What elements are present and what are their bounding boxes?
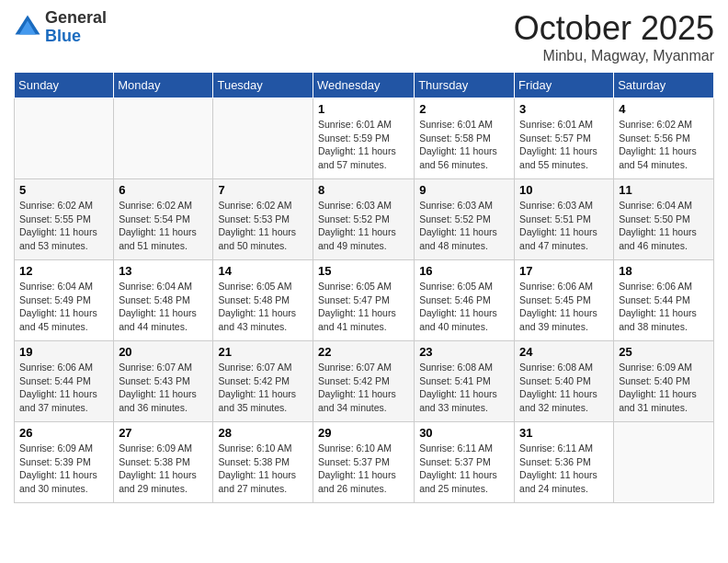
day-number: 11 [619,183,709,197]
day-info: Sunrise: 6:05 AMSunset: 5:46 PMDaylight:… [419,280,509,334]
day-info: Sunrise: 6:09 AMSunset: 5:38 PMDaylight:… [119,442,208,496]
day-number: 3 [519,102,609,116]
header-sunday: Sunday [15,73,114,98]
day-number: 20 [119,345,208,359]
week-row-2: 5Sunrise: 6:02 AMSunset: 5:55 PMDaylight… [15,179,714,260]
calendar-cell: 29Sunrise: 6:10 AMSunset: 5:37 PMDayligh… [313,422,415,503]
day-info: Sunrise: 6:08 AMSunset: 5:40 PMDaylight:… [519,361,609,415]
logo-icon [14,14,41,41]
week-row-5: 26Sunrise: 6:09 AMSunset: 5:39 PMDayligh… [15,422,714,503]
day-number: 14 [218,264,308,278]
calendar-cell: 30Sunrise: 6:11 AMSunset: 5:37 PMDayligh… [415,422,515,503]
calendar-cell: 20Sunrise: 6:07 AMSunset: 5:43 PMDayligh… [114,341,213,422]
day-info: Sunrise: 6:03 AMSunset: 5:52 PMDaylight:… [318,199,409,253]
day-number: 1 [318,102,409,116]
day-number: 26 [19,426,108,440]
day-number: 23 [419,345,509,359]
header-friday: Friday [515,73,614,98]
day-info: Sunrise: 6:10 AMSunset: 5:37 PMDaylight:… [318,442,409,496]
day-number: 28 [218,426,308,440]
day-info: Sunrise: 6:07 AMSunset: 5:43 PMDaylight:… [119,361,208,415]
calendar-cell: 8Sunrise: 6:03 AMSunset: 5:52 PMDaylight… [313,179,415,260]
day-number: 24 [519,345,609,359]
day-number: 15 [318,264,409,278]
day-info: Sunrise: 6:01 AMSunset: 5:59 PMDaylight:… [318,118,409,172]
calendar-cell [15,98,114,179]
day-info: Sunrise: 6:09 AMSunset: 5:39 PMDaylight:… [19,442,108,496]
location-title: Minbu, Magway, Myanmar [514,48,714,64]
logo-text: General Blue [45,9,107,46]
day-number: 13 [119,264,208,278]
day-info: Sunrise: 6:04 AMSunset: 5:48 PMDaylight:… [119,280,208,334]
calendar-cell: 22Sunrise: 6:07 AMSunset: 5:42 PMDayligh… [313,341,415,422]
header-tuesday: Tuesday [213,73,313,98]
day-number: 18 [619,264,709,278]
week-row-3: 12Sunrise: 6:04 AMSunset: 5:49 PMDayligh… [15,260,714,341]
day-number: 21 [218,345,308,359]
calendar-cell: 21Sunrise: 6:07 AMSunset: 5:42 PMDayligh… [213,341,313,422]
calendar-cell: 4Sunrise: 6:02 AMSunset: 5:56 PMDaylight… [614,98,714,179]
day-number: 25 [619,345,709,359]
calendar-cell: 10Sunrise: 6:03 AMSunset: 5:51 PMDayligh… [515,179,614,260]
day-number: 4 [619,102,709,116]
week-row-1: 1Sunrise: 6:01 AMSunset: 5:59 PMDaylight… [15,98,714,179]
month-title: October 2025 [514,9,714,48]
calendar-cell: 27Sunrise: 6:09 AMSunset: 5:38 PMDayligh… [114,422,213,503]
calendar-cell [213,98,313,179]
header: General Blue October 2025 Minbu, Magway,… [14,9,714,64]
calendar-cell [114,98,213,179]
calendar-cell: 9Sunrise: 6:03 AMSunset: 5:52 PMDaylight… [415,179,515,260]
day-number: 22 [318,345,409,359]
calendar-cell: 11Sunrise: 6:04 AMSunset: 5:50 PMDayligh… [614,179,714,260]
day-number: 7 [218,183,308,197]
calendar-cell: 23Sunrise: 6:08 AMSunset: 5:41 PMDayligh… [415,341,515,422]
day-info: Sunrise: 6:11 AMSunset: 5:37 PMDaylight:… [419,442,509,496]
calendar-cell: 5Sunrise: 6:02 AMSunset: 5:55 PMDaylight… [15,179,114,260]
day-number: 12 [19,264,108,278]
calendar-cell: 31Sunrise: 6:11 AMSunset: 5:36 PMDayligh… [515,422,614,503]
calendar-cell: 18Sunrise: 6:06 AMSunset: 5:44 PMDayligh… [614,260,714,341]
day-number: 2 [419,102,509,116]
day-info: Sunrise: 6:10 AMSunset: 5:38 PMDaylight:… [218,442,308,496]
week-row-4: 19Sunrise: 6:06 AMSunset: 5:44 PMDayligh… [15,341,714,422]
day-number: 16 [419,264,509,278]
header-saturday: Saturday [614,73,714,98]
header-wednesday: Wednesday [313,73,415,98]
day-info: Sunrise: 6:06 AMSunset: 5:44 PMDaylight:… [19,361,108,415]
calendar-cell: 3Sunrise: 6:01 AMSunset: 5:57 PMDaylight… [515,98,614,179]
header-thursday: Thursday [415,73,515,98]
day-number: 19 [19,345,108,359]
day-info: Sunrise: 6:08 AMSunset: 5:41 PMDaylight:… [419,361,509,415]
logo: General Blue [14,9,107,46]
day-info: Sunrise: 6:02 AMSunset: 5:55 PMDaylight:… [19,199,108,253]
calendar-cell: 19Sunrise: 6:06 AMSunset: 5:44 PMDayligh… [15,341,114,422]
day-info: Sunrise: 6:01 AMSunset: 5:58 PMDaylight:… [419,118,509,172]
calendar-cell: 7Sunrise: 6:02 AMSunset: 5:53 PMDaylight… [213,179,313,260]
day-info: Sunrise: 6:09 AMSunset: 5:40 PMDaylight:… [619,361,709,415]
calendar-cell [614,422,714,503]
calendar-cell: 15Sunrise: 6:05 AMSunset: 5:47 PMDayligh… [313,260,415,341]
calendar-cell: 26Sunrise: 6:09 AMSunset: 5:39 PMDayligh… [15,422,114,503]
header-monday: Monday [114,73,213,98]
day-info: Sunrise: 6:02 AMSunset: 5:53 PMDaylight:… [218,199,308,253]
calendar-cell: 2Sunrise: 6:01 AMSunset: 5:58 PMDaylight… [415,98,515,179]
calendar-cell: 24Sunrise: 6:08 AMSunset: 5:40 PMDayligh… [515,341,614,422]
day-info: Sunrise: 6:04 AMSunset: 5:50 PMDaylight:… [619,199,709,253]
day-info: Sunrise: 6:05 AMSunset: 5:47 PMDaylight:… [318,280,409,334]
calendar-cell: 25Sunrise: 6:09 AMSunset: 5:40 PMDayligh… [614,341,714,422]
calendar-table: SundayMondayTuesdayWednesdayThursdayFrid… [14,72,714,503]
day-number: 9 [419,183,509,197]
day-info: Sunrise: 6:01 AMSunset: 5:57 PMDaylight:… [519,118,609,172]
calendar-cell: 17Sunrise: 6:06 AMSunset: 5:45 PMDayligh… [515,260,614,341]
day-number: 31 [519,426,609,440]
title-area: October 2025 Minbu, Magway, Myanmar [514,9,714,64]
day-info: Sunrise: 6:02 AMSunset: 5:54 PMDaylight:… [119,199,208,253]
day-info: Sunrise: 6:03 AMSunset: 5:51 PMDaylight:… [519,199,609,253]
day-number: 30 [419,426,509,440]
calendar-cell: 13Sunrise: 6:04 AMSunset: 5:48 PMDayligh… [114,260,213,341]
day-info: Sunrise: 6:05 AMSunset: 5:48 PMDaylight:… [218,280,308,334]
day-info: Sunrise: 6:07 AMSunset: 5:42 PMDaylight:… [318,361,409,415]
day-number: 17 [519,264,609,278]
calendar-cell: 14Sunrise: 6:05 AMSunset: 5:48 PMDayligh… [213,260,313,341]
day-info: Sunrise: 6:06 AMSunset: 5:45 PMDaylight:… [519,280,609,334]
